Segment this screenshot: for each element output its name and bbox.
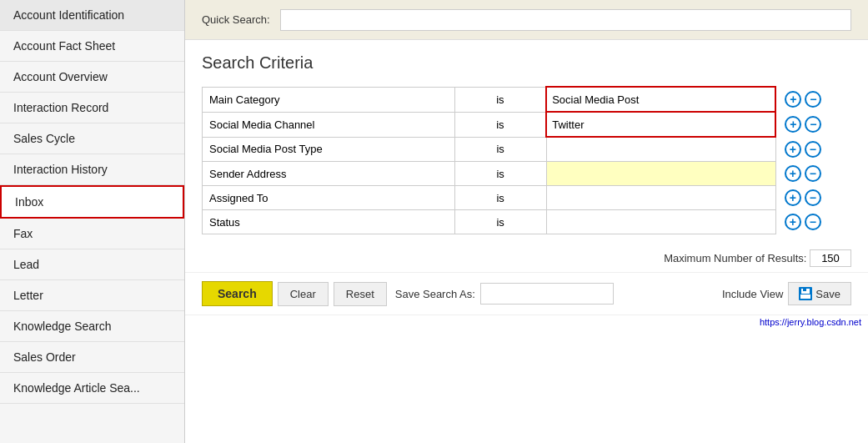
criteria-value-4 (546, 186, 775, 210)
criteria-operator-4: is (454, 186, 546, 210)
criteria-field-2: Social Media Post Type (203, 137, 455, 162)
criteria-operator-3: is (454, 162, 546, 186)
criteria-operator-5: is (454, 210, 546, 234)
svg-rect-2 (803, 289, 806, 291)
criteria-value-input-5[interactable] (547, 210, 775, 234)
criteria-operator-0: is (454, 87, 546, 112)
add-criterion-button[interactable]: + (785, 141, 801, 158)
sidebar-item[interactable]: Lead (0, 249, 184, 280)
criteria-row: Main Categoryis+− (203, 87, 851, 112)
sidebar-item[interactable]: Account Overview (0, 62, 184, 93)
sidebar-item[interactable]: Sales Cycle (0, 123, 184, 154)
search-button[interactable]: Search (202, 281, 273, 306)
sidebar-item[interactable]: Knowledge Search (0, 311, 184, 342)
max-results-input[interactable] (810, 249, 851, 267)
add-criterion-button[interactable]: + (785, 165, 801, 182)
add-criterion-button[interactable]: + (785, 91, 801, 108)
criteria-field-5: Status (203, 210, 455, 234)
criteria-operator-2: is (454, 137, 546, 162)
quick-search-bar: Quick Search: (185, 0, 868, 40)
criteria-actions-2: +− (775, 137, 850, 162)
criteria-operator-1: is (454, 112, 546, 137)
criteria-value-input-3[interactable] (547, 162, 775, 185)
add-criterion-button[interactable]: + (785, 116, 801, 133)
action-bar: Search Clear Reset Save Search As: Inclu… (185, 272, 868, 315)
criteria-row: Assigned Tois+− (203, 186, 851, 210)
criteria-value-input-0[interactable] (547, 88, 775, 111)
criteria-value-input-1[interactable] (547, 113, 775, 136)
remove-criterion-button[interactable]: − (805, 165, 821, 182)
remove-criterion-button[interactable]: − (805, 214, 821, 230)
sidebar-item[interactable]: Inbox (0, 185, 184, 219)
add-criterion-button[interactable]: + (785, 214, 801, 230)
footer-url: https://jerry.blog.csdn.net (185, 315, 868, 329)
save-button[interactable]: Save (788, 282, 851, 305)
reset-button[interactable]: Reset (334, 282, 387, 306)
svg-rect-3 (800, 294, 810, 299)
save-label: Save (815, 288, 840, 300)
remove-criterion-button[interactable]: − (805, 141, 821, 158)
sidebar-item[interactable]: Knowledge Article Sea... (0, 373, 184, 404)
criteria-row: Social Media Channelis+− (203, 112, 851, 137)
criteria-row: Social Media Post Typeis+− (203, 137, 851, 162)
sidebar: Account IdentificationAccount Fact Sheet… (0, 0, 185, 443)
criteria-row: Sender Addressis+− (203, 162, 851, 186)
criteria-value-2 (546, 137, 775, 162)
add-criterion-button[interactable]: + (785, 189, 801, 206)
criteria-field-4: Assigned To (203, 186, 455, 210)
main-content: Quick Search: Search Criteria Main Categ… (185, 0, 868, 443)
save-search-input[interactable] (480, 283, 614, 305)
criteria-value-input-2[interactable] (547, 138, 775, 161)
remove-criterion-button[interactable]: − (805, 91, 821, 108)
criteria-actions-4: +− (775, 186, 850, 210)
criteria-value-input-4[interactable] (547, 186, 775, 209)
criteria-actions-3: +− (775, 162, 850, 186)
criteria-value-5 (546, 210, 775, 234)
criteria-value-1 (546, 112, 775, 137)
include-view-label: Include View (722, 288, 783, 300)
criteria-field-1: Social Media Channel (203, 112, 455, 137)
criteria-field-0: Main Category (203, 87, 455, 112)
sidebar-item[interactable]: Account Identification (0, 0, 184, 31)
sidebar-item[interactable]: Sales Order (0, 342, 184, 373)
criteria-field-3: Sender Address (203, 162, 455, 186)
sidebar-item[interactable]: Interaction History (0, 154, 184, 185)
remove-criterion-button[interactable]: − (805, 189, 821, 206)
sidebar-item[interactable]: Account Fact Sheet (0, 31, 184, 62)
quick-search-label: Quick Search: (202, 13, 270, 26)
save-search-label: Save Search As: (395, 288, 475, 300)
criteria-table: Main Categoryis+−Social Media Channelis+… (202, 86, 851, 234)
max-results-row: Maximum Number of Results: (185, 244, 868, 272)
max-results-label: Maximum Number of Results: (664, 252, 806, 264)
quick-search-input[interactable] (280, 9, 851, 31)
sidebar-item[interactable]: Fax (0, 219, 184, 249)
criteria-value-0 (546, 87, 775, 112)
criteria-actions-1: +− (775, 112, 850, 137)
sidebar-item[interactable]: Letter (0, 280, 184, 311)
criteria-actions-5: +− (775, 210, 850, 234)
criteria-actions-0: +− (775, 87, 850, 112)
criteria-row: Statusis+− (203, 210, 851, 234)
search-criteria-title: Search Criteria (202, 53, 851, 73)
search-criteria-section: Search Criteria Main Categoryis+−Social … (185, 40, 868, 244)
save-icon (799, 287, 812, 300)
criteria-value-3 (546, 162, 775, 186)
clear-button[interactable]: Clear (278, 282, 329, 306)
sidebar-item[interactable]: Interaction Record (0, 93, 184, 123)
remove-criterion-button[interactable]: − (805, 116, 821, 133)
